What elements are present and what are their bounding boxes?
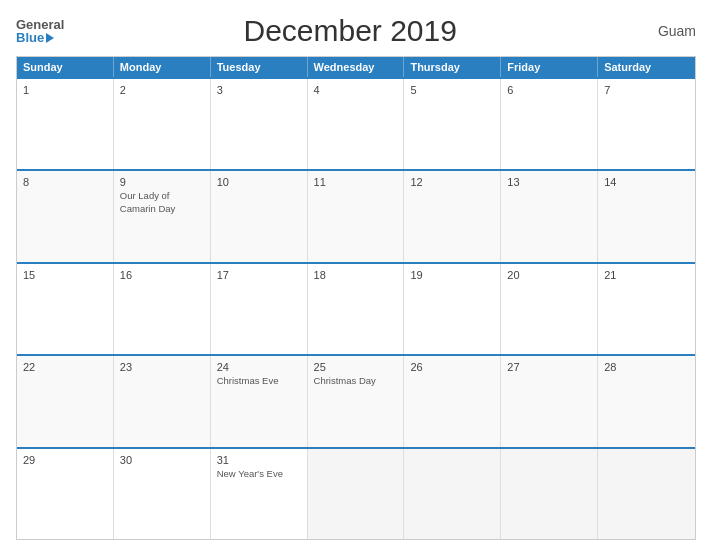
cell-event-label: Our Lady of Camarin Day <box>120 190 204 215</box>
logo-blue-row: Blue <box>16 31 54 44</box>
cell-date-number: 28 <box>604 361 689 373</box>
logo: General Blue <box>16 18 64 44</box>
logo-blue-text: Blue <box>16 31 44 44</box>
calendar-cell: 10 <box>211 171 308 261</box>
calendar-cell: 1 <box>17 79 114 169</box>
calendar-cell: 3 <box>211 79 308 169</box>
cell-date-number: 16 <box>120 269 204 281</box>
cell-date-number: 17 <box>217 269 301 281</box>
calendar-cell: 13 <box>501 171 598 261</box>
calendar-cell: 17 <box>211 264 308 354</box>
cell-date-number: 29 <box>23 454 107 466</box>
cell-date-number: 5 <box>410 84 494 96</box>
calendar-cell: 29 <box>17 449 114 539</box>
day-tuesday: Tuesday <box>211 57 308 77</box>
cell-date-number: 4 <box>314 84 398 96</box>
calendar-cell: 5 <box>404 79 501 169</box>
cell-date-number: 18 <box>314 269 398 281</box>
days-header: Sunday Monday Tuesday Wednesday Thursday… <box>17 57 695 77</box>
calendar-cell: 7 <box>598 79 695 169</box>
calendar-cell: 6 <box>501 79 598 169</box>
calendar-cell: 2 <box>114 79 211 169</box>
calendar-cell: 28 <box>598 356 695 446</box>
week-row-4: 222324Christmas Eve25Christmas Day262728 <box>17 354 695 446</box>
calendar-grid: Sunday Monday Tuesday Wednesday Thursday… <box>16 56 696 540</box>
calendar-cell: 27 <box>501 356 598 446</box>
cell-date-number: 20 <box>507 269 591 281</box>
header: General Blue December 2019 Guam <box>16 14 696 48</box>
calendar-cell <box>598 449 695 539</box>
cell-date-number: 8 <box>23 176 107 188</box>
calendar-cell: 12 <box>404 171 501 261</box>
calendar-cell: 9Our Lady of Camarin Day <box>114 171 211 261</box>
day-sunday: Sunday <box>17 57 114 77</box>
cell-date-number: 13 <box>507 176 591 188</box>
cell-date-number: 25 <box>314 361 398 373</box>
calendar-cell: 16 <box>114 264 211 354</box>
calendar-cell: 4 <box>308 79 405 169</box>
cell-date-number: 21 <box>604 269 689 281</box>
cell-date-number: 14 <box>604 176 689 188</box>
week-row-2: 89Our Lady of Camarin Day1011121314 <box>17 169 695 261</box>
calendar-cell: 30 <box>114 449 211 539</box>
day-monday: Monday <box>114 57 211 77</box>
cell-date-number: 15 <box>23 269 107 281</box>
cell-event-label: New Year's Eve <box>217 468 301 480</box>
calendar-cell <box>404 449 501 539</box>
day-thursday: Thursday <box>404 57 501 77</box>
calendar-cell: 22 <box>17 356 114 446</box>
calendar-cell: 18 <box>308 264 405 354</box>
calendar-page: General Blue December 2019 Guam Sunday M… <box>0 0 712 550</box>
calendar-cell: 24Christmas Eve <box>211 356 308 446</box>
calendar-cell: 20 <box>501 264 598 354</box>
cell-date-number: 7 <box>604 84 689 96</box>
cell-date-number: 23 <box>120 361 204 373</box>
cell-date-number: 22 <box>23 361 107 373</box>
cell-date-number: 26 <box>410 361 494 373</box>
week-row-1: 1234567 <box>17 77 695 169</box>
logo-triangle-icon <box>46 33 54 43</box>
calendar-cell: 31New Year's Eve <box>211 449 308 539</box>
cell-date-number: 9 <box>120 176 204 188</box>
calendar-cell: 11 <box>308 171 405 261</box>
cell-date-number: 30 <box>120 454 204 466</box>
cell-date-number: 2 <box>120 84 204 96</box>
calendar-cell: 21 <box>598 264 695 354</box>
calendar-cell: 26 <box>404 356 501 446</box>
day-wednesday: Wednesday <box>308 57 405 77</box>
cell-event-label: Christmas Eve <box>217 375 301 387</box>
cell-date-number: 31 <box>217 454 301 466</box>
country-label: Guam <box>636 23 696 39</box>
calendar-cell <box>308 449 405 539</box>
cell-date-number: 6 <box>507 84 591 96</box>
cell-date-number: 12 <box>410 176 494 188</box>
cell-date-number: 27 <box>507 361 591 373</box>
cell-date-number: 1 <box>23 84 107 96</box>
cell-event-label: Christmas Day <box>314 375 398 387</box>
cell-date-number: 19 <box>410 269 494 281</box>
cell-date-number: 11 <box>314 176 398 188</box>
calendar-cell: 25Christmas Day <box>308 356 405 446</box>
cell-date-number: 10 <box>217 176 301 188</box>
week-row-5: 293031New Year's Eve <box>17 447 695 539</box>
day-friday: Friday <box>501 57 598 77</box>
day-saturday: Saturday <box>598 57 695 77</box>
cell-date-number: 24 <box>217 361 301 373</box>
cell-date-number: 3 <box>217 84 301 96</box>
calendar-cell: 15 <box>17 264 114 354</box>
calendar-cell: 19 <box>404 264 501 354</box>
week-row-3: 15161718192021 <box>17 262 695 354</box>
calendar-title: December 2019 <box>64 14 636 48</box>
weeks-container: 123456789Our Lady of Camarin Day10111213… <box>17 77 695 539</box>
calendar-cell: 14 <box>598 171 695 261</box>
calendar-cell: 8 <box>17 171 114 261</box>
calendar-cell: 23 <box>114 356 211 446</box>
calendar-cell <box>501 449 598 539</box>
